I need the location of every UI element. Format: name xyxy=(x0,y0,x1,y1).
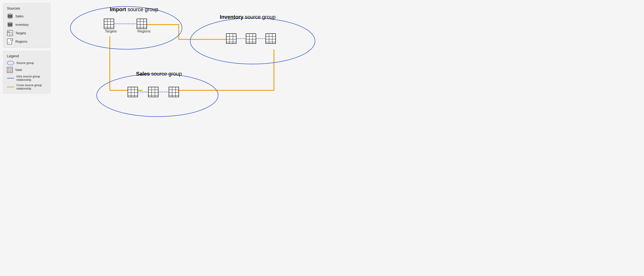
legend-title: Legend xyxy=(7,54,46,58)
ellipse-icon xyxy=(7,61,14,65)
source-label-targets: Targets xyxy=(16,31,26,35)
inv-table-3 xyxy=(266,34,276,44)
cross-line-sales-inventory xyxy=(179,49,274,90)
svg-rect-16 xyxy=(11,39,13,41)
cross-line-targets-sales xyxy=(110,36,143,90)
legend-source-group: Source group xyxy=(7,61,46,65)
excel-icon-targets: X xyxy=(7,30,13,36)
legend-cross: Cross source group relationship xyxy=(7,84,46,90)
legend-cross-label: Cross source group relationship xyxy=(16,84,46,90)
left-panel: Sources Sales xyxy=(3,3,50,94)
sales-table-2 xyxy=(148,87,158,97)
source-label-sales: Sales xyxy=(16,15,24,18)
cross-line-regions-inventory xyxy=(144,25,228,40)
import-group-ellipse xyxy=(70,7,182,49)
legend-intra: Intra source group relationship xyxy=(7,75,46,82)
svg-text:csv: csv xyxy=(8,42,10,43)
blue-line-icon xyxy=(7,78,14,79)
source-item-inventory: Inventory xyxy=(7,22,46,28)
legend-source-group-label: Source group xyxy=(16,61,34,65)
source-label-regions: Regions xyxy=(16,40,27,44)
sales-label: Sales source group xyxy=(136,71,182,77)
svg-text:X: X xyxy=(8,31,9,33)
gold-line-icon xyxy=(7,87,14,87)
source-item-regions: csv Regions xyxy=(7,39,46,45)
sources-title: Sources xyxy=(7,6,46,11)
legend-table: Table xyxy=(7,67,46,73)
svg-rect-19 xyxy=(7,67,13,73)
regions-label-import: Regions xyxy=(137,29,150,33)
csv-icon-regions: csv xyxy=(7,39,13,45)
inventory-label: Inventory source group xyxy=(220,14,276,20)
sales-table-1 xyxy=(128,87,138,97)
database-icon-sales xyxy=(7,13,13,19)
database-icon-inventory xyxy=(7,22,13,28)
targets-table-import xyxy=(104,19,114,29)
source-label-inventory: Inventory xyxy=(16,23,29,27)
legend-intra-label: Intra source group relationship xyxy=(16,75,46,82)
source-item-sales: Sales xyxy=(7,13,46,19)
regions-table-import xyxy=(137,19,147,29)
table-icon-legend xyxy=(7,67,13,73)
inv-table-2 xyxy=(246,34,256,44)
sales-table-3 xyxy=(169,87,179,97)
targets-label-import: Targets xyxy=(105,29,117,33)
source-item-targets: X Targets xyxy=(7,30,46,36)
inv-table-1 xyxy=(226,34,236,44)
sources-box: Sources Sales xyxy=(3,3,50,48)
diagram-area: Import source group Targets Regions xyxy=(55,3,319,135)
import-label: Import source group xyxy=(110,7,158,12)
diagram-svg: Import source group Targets Regions xyxy=(55,3,319,135)
legend-table-label: Table xyxy=(15,68,22,72)
legend-box: Legend Source group Table Intra source g… xyxy=(3,51,50,94)
